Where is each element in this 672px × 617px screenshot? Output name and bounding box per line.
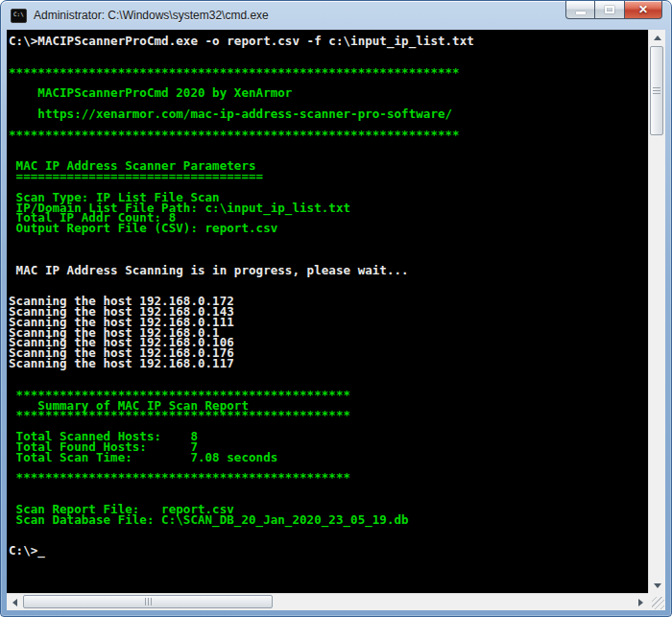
horizontal-scrollbar-thumb[interactable] bbox=[23, 595, 273, 608]
maximize-icon bbox=[605, 6, 614, 13]
caption-buttons: ✕ bbox=[565, 1, 662, 19]
scroll-right-icon bbox=[638, 599, 643, 606]
console-line: C:\>_ bbox=[9, 546, 648, 557]
console-text: C:\>MACIPScannerProCmd.exe -o report.csv… bbox=[7, 30, 648, 557]
window-title: Administrator: C:\Windows\system32\cmd.e… bbox=[34, 9, 269, 22]
console-line: ****************************************… bbox=[9, 68, 648, 79]
console-line bbox=[9, 234, 648, 245]
console-line: MACIPScannerProCmd 2020 by XenArmor bbox=[9, 88, 648, 99]
client-area: C:\>MACIPScannerProCmd.exe -o report.csv… bbox=[7, 30, 665, 610]
console-line: ****************************************… bbox=[9, 131, 648, 141]
cmd-icon[interactable]: C:\ bbox=[11, 9, 27, 23]
console-line bbox=[9, 140, 648, 151]
minimize-button[interactable] bbox=[565, 1, 595, 19]
minimize-icon bbox=[576, 12, 586, 14]
console-line: C:\>MACIPScannerProCmd.exe -o report.csv… bbox=[9, 36, 648, 47]
scroll-up-button[interactable] bbox=[649, 30, 665, 45]
scroll-up-icon bbox=[654, 36, 661, 40]
console-line bbox=[9, 369, 648, 380]
scrollbar-corner bbox=[648, 593, 665, 610]
resize-grip-icon[interactable] bbox=[652, 597, 664, 609]
scroll-left-button[interactable] bbox=[7, 594, 22, 610]
console-line: Output Report File (CSV): report.csv bbox=[9, 224, 648, 234]
console-line bbox=[9, 526, 648, 536]
console-line: https://xenarmor.com/mac-ip-address-scan… bbox=[9, 109, 648, 120]
scroll-left-icon bbox=[12, 599, 17, 606]
console-line: ****************************************… bbox=[9, 411, 648, 421]
console-line: Scanning the host 192.168.0.117 bbox=[9, 359, 648, 369]
scroll-down-button[interactable] bbox=[649, 578, 665, 593]
thumb-grip-icon bbox=[653, 87, 660, 94]
close-button[interactable]: ✕ bbox=[625, 1, 662, 19]
vertical-scrollbar-thumb[interactable] bbox=[650, 46, 663, 135]
close-icon: ✕ bbox=[638, 4, 648, 15]
console-line: Total Scan Time: 7.08 seconds bbox=[9, 453, 648, 463]
console-line: Scan Database File: C:\SCAN_DB_20_Jan_20… bbox=[9, 515, 648, 526]
thumb-grip-icon bbox=[145, 598, 152, 605]
maximize-button[interactable] bbox=[595, 1, 625, 19]
console-line bbox=[9, 275, 648, 286]
screen: C:\ Administrator: C:\Windows\system32\c… bbox=[0, 0, 672, 617]
console-line bbox=[9, 245, 648, 255]
console-line: ****************************************… bbox=[9, 473, 648, 484]
horizontal-scrollbar[interactable] bbox=[7, 593, 648, 610]
console-line: ================================== bbox=[9, 172, 648, 182]
scroll-down-icon bbox=[654, 583, 661, 588]
console-line bbox=[9, 484, 648, 494]
console-output[interactable]: C:\>MACIPScannerProCmd.exe -o report.csv… bbox=[7, 30, 648, 593]
vertical-scrollbar[interactable] bbox=[648, 30, 665, 593]
title-bar[interactable]: C:\ Administrator: C:\Windows\system32\c… bbox=[1, 1, 671, 30]
console-line bbox=[9, 536, 648, 547]
cmd-window: C:\ Administrator: C:\Windows\system32\c… bbox=[0, 0, 672, 617]
console-line: MAC IP Address Scanning is in progress, … bbox=[9, 266, 648, 276]
console-line bbox=[9, 47, 648, 58]
scroll-right-button[interactable] bbox=[633, 594, 648, 610]
